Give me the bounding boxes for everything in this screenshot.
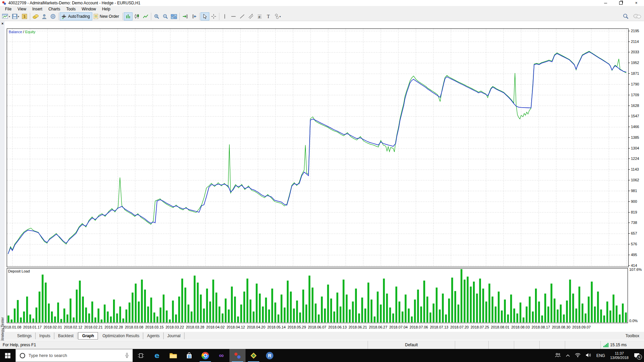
- x-axis-label: 2018.03.08: [123, 325, 146, 329]
- tab-inputs[interactable]: Inputs: [36, 333, 54, 339]
- cortana-icon: [20, 353, 25, 358]
- y-axis-label: 1628: [631, 104, 639, 108]
- wifi-icon[interactable]: [575, 353, 581, 358]
- taskbar-r-button[interactable]: R: [262, 349, 278, 362]
- autotrading-icon: [61, 14, 67, 19]
- equidistant-channel-button[interactable]: [247, 12, 255, 20]
- people-icon[interactable]: [555, 353, 561, 359]
- taskbar-store-button[interactable]: [181, 349, 197, 362]
- minimize-button[interactable]: [598, 0, 613, 6]
- taskbar-task-view-button[interactable]: [133, 349, 149, 362]
- tab-graph[interactable]: Graph: [78, 332, 98, 340]
- shapes-button[interactable]: ▾: [273, 12, 282, 20]
- fibonacci-button[interactable]: F: [255, 12, 264, 20]
- x-axis-label: 2018.07.06: [408, 325, 430, 329]
- menu-insert[interactable]: Insert: [29, 6, 45, 12]
- strategy-tester-button[interactable]: [49, 12, 57, 20]
- market-watch-button[interactable]: $: [20, 12, 29, 20]
- svg-text:F: F: [259, 15, 261, 19]
- balance-equity-chart[interactable]: [7, 28, 629, 267]
- vertical-line-button[interactable]: [220, 12, 229, 20]
- chart-shift-icon: [191, 14, 197, 19]
- chart-legend: Balance / Equity: [9, 30, 36, 34]
- auto-scroll-button[interactable]: [181, 12, 190, 20]
- autotrading-label: AutoTrading: [68, 14, 90, 19]
- volume-icon[interactable]: [586, 353, 591, 359]
- taskbar-chrome-button[interactable]: [197, 349, 213, 362]
- autotrading-button[interactable]: AutoTrading: [60, 12, 92, 20]
- zoom-in-icon: [154, 14, 159, 19]
- taskbar: Type here to search e∞R: [0, 349, 644, 362]
- menu-charts[interactable]: Charts: [45, 6, 63, 12]
- tab-settings[interactable]: Settings: [13, 333, 36, 339]
- tab-backtest[interactable]: Backtest: [54, 333, 77, 339]
- horizontal-line-button[interactable]: [229, 12, 238, 20]
- text-tool-button[interactable]: T: [264, 12, 273, 20]
- x-axis-label: 2018.01.17: [21, 325, 44, 329]
- new-chart-dropdown-icon: ▾: [9, 15, 10, 18]
- menu-view[interactable]: View: [14, 6, 29, 12]
- profiles-button[interactable]: ▾: [11, 12, 20, 20]
- menu-window[interactable]: Window: [79, 6, 99, 12]
- chevron-up-icon[interactable]: [566, 353, 570, 358]
- restore-icon: [619, 1, 623, 5]
- taskbar-mt5-button[interactable]: [229, 349, 246, 362]
- crosshair-button[interactable]: [209, 12, 218, 20]
- x-axis-label: 2018.08.01: [489, 325, 512, 329]
- y-tick: [629, 233, 630, 234]
- status-profile-cell[interactable]: Default: [368, 341, 455, 349]
- text-tool-icon: T: [266, 14, 271, 19]
- tab-optimization-results[interactable]: Optimization Results: [99, 333, 143, 339]
- chat-icon[interactable]: [633, 14, 641, 20]
- chart-shift-button[interactable]: [190, 12, 198, 20]
- x-axis-label: 2018.07.13: [428, 325, 450, 329]
- zoom-out-button[interactable]: [161, 12, 170, 20]
- tile-windows-button[interactable]: [170, 12, 178, 20]
- navigator-button[interactable]: [40, 12, 49, 20]
- menu-file[interactable]: File: [2, 6, 14, 12]
- start-button[interactable]: [0, 349, 15, 362]
- new-chart-button[interactable]: ▾: [1, 12, 11, 20]
- bar-chart-button[interactable]: [124, 12, 132, 20]
- tester-close-button[interactable]: ×: [1, 22, 4, 25]
- cursor-button[interactable]: [201, 12, 209, 20]
- y-axis-label: 414: [631, 263, 637, 267]
- toolbox-tab[interactable]: Toolbox: [626, 334, 639, 338]
- deposit-load-panel[interactable]: [7, 268, 628, 323]
- taskbar-search-input[interactable]: Type here to search: [15, 349, 133, 362]
- trendline-button[interactable]: [238, 12, 247, 20]
- restore-button[interactable]: [613, 0, 629, 6]
- profiles-dropdown-icon: ▾: [18, 15, 19, 18]
- y-tick: [629, 42, 630, 42]
- strategy-tester-icon: [50, 14, 56, 19]
- taskbar-edge-button[interactable]: e: [149, 349, 165, 362]
- clock[interactable]: 11:37 13/09/2018: [610, 351, 629, 360]
- cursor-icon: [202, 14, 208, 19]
- tab-journal[interactable]: Journal: [164, 333, 184, 339]
- vertical-line-icon: [222, 14, 227, 19]
- new-order-button[interactable]: New Order: [92, 12, 121, 20]
- zoom-in-button[interactable]: [152, 12, 161, 20]
- action-center-icon[interactable]: 5: [634, 353, 640, 358]
- candlestick-chart-button[interactable]: [132, 12, 141, 20]
- y-tick: [629, 84, 630, 84]
- language-indicator[interactable]: ENG: [596, 353, 605, 358]
- new-order-label: New Order: [100, 14, 119, 19]
- y-axis-label: 1304: [631, 146, 639, 150]
- y-axis-label: 1385: [631, 135, 639, 139]
- search-icon[interactable]: [623, 13, 629, 20]
- title-bar: 40022709 - AdmiralMarkets-Demo: Demo Acc…: [0, 0, 644, 6]
- tab-agents[interactable]: Agents: [143, 333, 163, 339]
- taskbar-metaeditor-button[interactable]: [246, 349, 262, 362]
- history-center-button[interactable]: [31, 12, 40, 20]
- menu-tools[interactable]: Tools: [63, 6, 79, 12]
- menu-help[interactable]: Help: [99, 6, 113, 12]
- close-button[interactable]: ×: [629, 0, 644, 6]
- task-view-icon: [138, 353, 144, 359]
- taskbar-visual-studio-button[interactable]: ∞: [213, 349, 229, 362]
- taskbar-file-explorer-button[interactable]: [165, 349, 181, 362]
- line-chart-button[interactable]: [141, 12, 150, 20]
- profiles-icon: [12, 14, 17, 19]
- microphone-icon[interactable]: [125, 353, 129, 358]
- y-axis-label: 900: [631, 199, 637, 203]
